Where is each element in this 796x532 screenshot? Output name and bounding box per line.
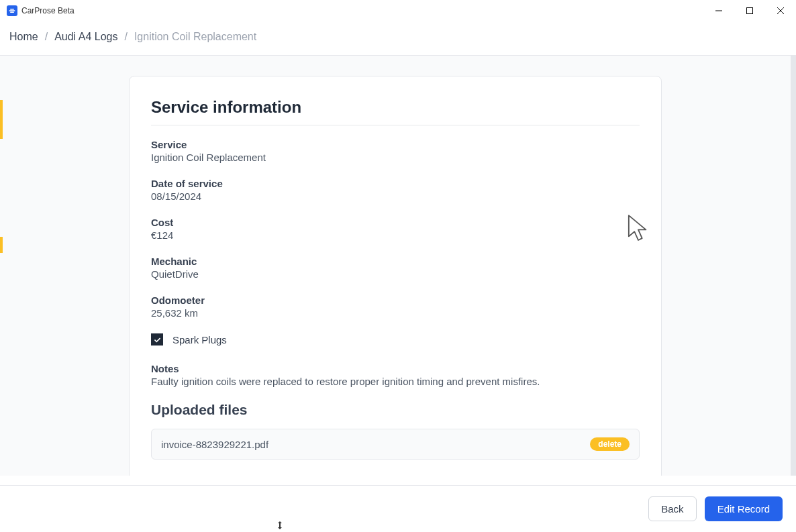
breadcrumb-separator: / (124, 31, 127, 43)
svg-rect-4 (747, 8, 753, 14)
maximize-button[interactable] (734, 0, 765, 21)
field-service: Service Ignition Coil Replacement (151, 139, 640, 163)
highlight-bar (0, 100, 3, 139)
service-info-card: Service information Service Ignition Coi… (129, 76, 662, 476)
checkbox-spark-plugs[interactable]: Spark Plugs (151, 333, 640, 345)
breadcrumb-separator: / (45, 31, 48, 43)
footer: Back Edit Record (0, 485, 796, 532)
svg-rect-0 (9, 10, 15, 11)
field-value: 08/15/2024 (151, 191, 640, 202)
titlebar: CarProse Beta (0, 0, 796, 21)
field-odometer: Odomoeter 25,632 km (151, 295, 640, 319)
card-title: Service information (151, 98, 640, 125)
delete-file-button[interactable]: delete (590, 437, 630, 451)
field-label: Mechanic (151, 256, 640, 267)
app-title: CarProse Beta (21, 6, 74, 15)
back-button[interactable]: Back (648, 496, 696, 521)
content-area[interactable]: Service information Service Ignition Coi… (0, 56, 796, 476)
field-label: Notes (151, 363, 640, 374)
field-mechanic: Mechanic QuietDrive (151, 256, 640, 280)
file-name[interactable]: invoice-8823929221.pdf (161, 439, 268, 450)
file-row: invoice-8823929221.pdf delete (151, 429, 640, 460)
svg-rect-1 (10, 9, 14, 10)
edit-record-button[interactable]: Edit Record (705, 496, 783, 521)
minimize-button[interactable] (703, 0, 734, 21)
field-value: 25,632 km (151, 307, 640, 319)
titlebar-left: CarProse Beta (7, 5, 74, 16)
close-button[interactable] (765, 0, 796, 21)
field-cost: Cost €124 (151, 217, 640, 241)
app-icon (7, 5, 17, 16)
field-value: QuietDrive (151, 268, 640, 280)
breadcrumb-parent[interactable]: Audi A4 Logs (54, 31, 117, 43)
field-notes: Notes Faulty ignition coils were replace… (151, 363, 640, 387)
field-value: €124 (151, 229, 640, 241)
field-label: Date of service (151, 178, 640, 189)
checkbox-icon (151, 333, 163, 345)
breadcrumb-current: Ignition Coil Replacement (134, 31, 256, 43)
field-value: Faulty ignition coils were replaced to r… (151, 376, 640, 387)
breadcrumb: Home / Audi A4 Logs / Ignition Coil Repl… (9, 31, 787, 43)
uploaded-files-title: Uploaded files (151, 402, 640, 418)
checkbox-label: Spark Plugs (172, 334, 227, 345)
field-label: Cost (151, 217, 640, 228)
window-controls (703, 0, 796, 21)
breadcrumb-bar: Home / Audi A4 Logs / Ignition Coil Repl… (0, 21, 796, 56)
svg-rect-2 (10, 12, 14, 13)
field-value: Ignition Coil Replacement (151, 152, 640, 163)
breadcrumb-home[interactable]: Home (9, 31, 38, 43)
field-date: Date of service 08/15/2024 (151, 178, 640, 202)
highlight-bar (0, 237, 3, 253)
field-label: Service (151, 139, 640, 150)
field-label: Odomoeter (151, 295, 640, 306)
